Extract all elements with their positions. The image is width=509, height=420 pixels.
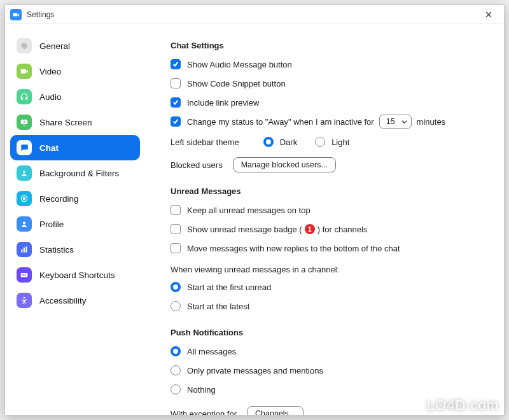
window-title: Settings bbox=[27, 10, 54, 19]
section-title-push: Push Notifications bbox=[171, 328, 486, 337]
chevron-down-icon bbox=[401, 119, 407, 125]
settings-window: Settings General Video bbox=[4, 4, 505, 416]
sidebar-item-label: Keyboard Shortcuts bbox=[39, 270, 115, 280]
label-show-audio-message: Show Audio Message button bbox=[187, 60, 292, 69]
label-push-all: All messages bbox=[187, 347, 236, 356]
radio-theme-dark[interactable] bbox=[263, 137, 274, 147]
checkbox-include-link-preview[interactable] bbox=[171, 97, 181, 108]
section-title-chat-settings: Chat Settings bbox=[171, 41, 486, 50]
label-theme-light: Light bbox=[331, 137, 349, 147]
checkbox-keep-unread-top[interactable] bbox=[171, 205, 181, 215]
close-icon bbox=[485, 11, 492, 18]
select-away-minutes[interactable]: 15 bbox=[379, 115, 412, 129]
sidebar-item-label: General bbox=[39, 41, 70, 51]
svg-rect-6 bbox=[24, 248, 25, 253]
svg-rect-7 bbox=[25, 246, 27, 252]
radio-start-first-unread[interactable] bbox=[171, 282, 181, 292]
sidebar-item-background[interactable]: Background & Filters bbox=[10, 160, 140, 186]
radio-push-all[interactable] bbox=[171, 346, 181, 356]
content-pane: Chat Settings Show Audio Message button … bbox=[145, 24, 504, 415]
sidebar-item-video[interactable]: Video bbox=[10, 59, 140, 84]
headphones-icon bbox=[17, 89, 32, 104]
sidebar: General Video Audio Share Screen bbox=[5, 24, 145, 415]
accessibility-icon bbox=[17, 293, 32, 308]
svg-point-3 bbox=[23, 197, 25, 200]
sidebar-item-label: Profile bbox=[39, 220, 64, 229]
sidebar-item-share-screen[interactable]: Share Screen bbox=[10, 109, 140, 135]
titlebar: Settings bbox=[5, 5, 504, 24]
label-push-nothing: Nothing bbox=[187, 385, 216, 395]
radio-theme-light[interactable] bbox=[315, 137, 325, 147]
checkbox-show-audio-message[interactable] bbox=[171, 59, 181, 69]
button-manage-blocked[interactable]: Manage blocked users... bbox=[233, 157, 336, 172]
label-push-private: Only private messages and mentions bbox=[187, 366, 323, 375]
label-push-exception: With exception for bbox=[171, 409, 237, 416]
svg-rect-10 bbox=[24, 274, 24, 275]
svg-rect-9 bbox=[22, 274, 23, 275]
video-icon bbox=[17, 64, 32, 79]
label-sidebar-theme: Left sidebar theme bbox=[171, 137, 239, 147]
share-screen-icon bbox=[17, 115, 32, 130]
chat-icon bbox=[17, 140, 32, 155]
label-start-latest: Start at the latest bbox=[187, 302, 249, 311]
checkbox-show-code-snippet[interactable] bbox=[171, 78, 181, 88]
keyboard-icon bbox=[17, 267, 32, 283]
radio-start-latest[interactable] bbox=[171, 301, 181, 311]
select-away-value: 15 bbox=[386, 117, 395, 126]
sidebar-item-profile[interactable]: Profile bbox=[10, 211, 140, 237]
sidebar-item-label: Share Screen bbox=[39, 118, 92, 127]
sidebar-item-general[interactable]: General bbox=[10, 33, 140, 59]
profile-icon bbox=[17, 216, 32, 232]
radio-push-nothing[interactable] bbox=[171, 384, 181, 395]
svg-rect-8 bbox=[21, 273, 28, 277]
label-theme-dark: Dark bbox=[280, 137, 297, 147]
sidebar-item-label: Chat bbox=[39, 143, 59, 153]
checkbox-unread-badge[interactable] bbox=[171, 224, 181, 234]
sidebar-item-accessibility[interactable]: Accessibility bbox=[10, 288, 140, 313]
button-exception-channels[interactable]: Channels... bbox=[247, 406, 303, 415]
sidebar-item-recording[interactable]: Recording bbox=[10, 186, 140, 211]
sidebar-item-keyboard[interactable]: Keyboard Shortcuts bbox=[10, 262, 140, 288]
svg-point-4 bbox=[23, 221, 25, 224]
checkbox-move-replies[interactable] bbox=[171, 243, 181, 253]
svg-rect-5 bbox=[21, 249, 22, 253]
badge-count-icon: 1 bbox=[305, 224, 315, 234]
label-keep-unread-top: Keep all unread messages on top bbox=[187, 206, 310, 215]
close-button[interactable] bbox=[478, 6, 499, 24]
label-include-link-preview: Include link preview bbox=[187, 98, 259, 108]
label-blocked-users: Blocked users bbox=[171, 160, 223, 170]
sidebar-item-label: Recording bbox=[39, 194, 79, 204]
sidebar-item-label: Background & Filters bbox=[39, 169, 119, 178]
sidebar-item-label: Audio bbox=[39, 92, 62, 102]
label-when-viewing: When viewing unread messages in a channe… bbox=[171, 265, 486, 274]
sidebar-item-audio[interactable]: Audio bbox=[10, 84, 140, 109]
statistics-icon bbox=[17, 242, 32, 257]
label-away-suffix: minutes bbox=[417, 117, 446, 127]
svg-point-1 bbox=[23, 171, 25, 174]
sidebar-item-label: Statistics bbox=[39, 245, 74, 255]
section-title-unread: Unread Messages bbox=[171, 186, 486, 196]
background-icon bbox=[17, 165, 32, 181]
svg-point-13 bbox=[24, 297, 25, 298]
sidebar-item-chat[interactable]: Chat bbox=[10, 135, 140, 160]
label-unread-badge: Show unread message badge ( 1 ) for chan… bbox=[187, 224, 367, 234]
svg-rect-11 bbox=[25, 274, 25, 275]
radio-push-private[interactable] bbox=[171, 365, 181, 375]
svg-rect-12 bbox=[23, 276, 26, 276]
label-away-prefix: Change my status to "Away" when I am ina… bbox=[187, 117, 374, 127]
sidebar-item-label: Video bbox=[39, 67, 61, 76]
sidebar-item-statistics[interactable]: Statistics bbox=[10, 237, 140, 262]
recording-icon bbox=[17, 191, 32, 206]
label-move-replies: Move messages with new replies to the bo… bbox=[187, 244, 400, 253]
label-show-code-snippet: Show Code Snippet button bbox=[187, 79, 286, 88]
app-icon bbox=[10, 9, 22, 20]
checkbox-away-status[interactable] bbox=[171, 116, 181, 127]
label-start-first-unread: Start at the first unread bbox=[187, 283, 271, 292]
gear-icon bbox=[17, 38, 32, 53]
sidebar-item-label: Accessibility bbox=[39, 296, 87, 305]
